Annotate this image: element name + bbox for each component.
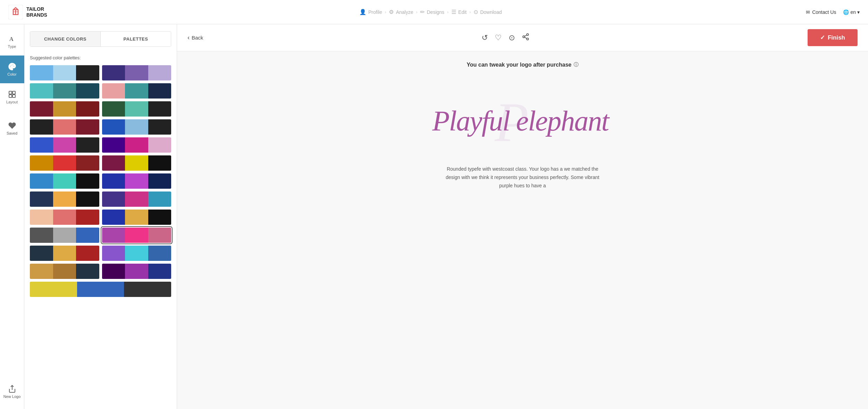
main-content: ‹ Back ↺ ♡ ⊙ ✓ Finish You: [177, 24, 868, 409]
sidebar-layout-label: Layout: [6, 100, 18, 104]
swatch-color: [30, 264, 53, 279]
palette-swatch[interactable]: [102, 228, 172, 243]
nav-chevron-4: ›: [469, 10, 471, 15]
palette-swatch[interactable]: [30, 210, 99, 225]
palette-swatch[interactable]: [102, 101, 172, 117]
palette-swatch[interactable]: [30, 83, 99, 99]
palette-swatch[interactable]: [102, 210, 172, 225]
swatch-color: [53, 210, 76, 225]
sidebar-item-color[interactable]: Color: [0, 56, 24, 83]
swatch-color: [148, 173, 172, 189]
palette-swatch[interactable]: [102, 65, 172, 80]
svg-point-12: [523, 36, 525, 38]
palette-swatch[interactable]: [30, 101, 99, 117]
swatch-color: [53, 119, 76, 135]
swatch-color: [76, 246, 99, 261]
color-icon: [8, 62, 16, 71]
swatch-color: [53, 65, 76, 80]
share-button[interactable]: [522, 33, 529, 43]
nav-step-analyze[interactable]: ⚙ Analyze: [389, 9, 413, 15]
main-canvas: You can tweak your logo after purchase ⓘ…: [177, 51, 868, 409]
tab-change-colors[interactable]: CHANGE COLORS: [30, 32, 101, 46]
palette-row: [30, 191, 171, 207]
palette-row: [30, 119, 171, 135]
nav-step-profile[interactable]: 👤 Profile: [359, 9, 382, 15]
palette-swatch[interactable]: [30, 173, 99, 189]
finish-label: Finish: [828, 34, 845, 41]
favorite-button[interactable]: ♡: [495, 33, 502, 42]
back-button[interactable]: ‹ Back: [187, 34, 203, 41]
swatch-color: [148, 101, 172, 117]
palette-row: [30, 83, 171, 99]
palette-swatch[interactable]: [102, 191, 172, 207]
swatch-color: [125, 119, 148, 135]
palette-swatch[interactable]: [30, 264, 99, 279]
finish-button[interactable]: ✓ Finish: [808, 29, 858, 46]
swatch-color: [53, 83, 76, 99]
palette-swatch[interactable]: [30, 282, 171, 297]
palette-row: [30, 65, 171, 80]
change-colors-label: CHANGE COLORS: [44, 36, 86, 42]
swatch-color: [148, 264, 172, 279]
lang-chevron-icon: ▾: [857, 9, 860, 15]
swatch-color: [102, 101, 125, 117]
palettes-grid: [30, 65, 171, 297]
swatch-color: [53, 101, 76, 117]
swatch-color: [30, 101, 53, 117]
palette-swatch[interactable]: [30, 137, 99, 153]
palette-swatch[interactable]: [30, 246, 99, 261]
undo-button[interactable]: ↺: [482, 33, 488, 42]
svg-point-11: [526, 33, 528, 35]
swatch-color: [125, 264, 148, 279]
palettes-label: PALETTES: [124, 36, 148, 42]
palette-swatch[interactable]: [30, 155, 99, 171]
palette-swatch[interactable]: [30, 191, 99, 207]
back-label: Back: [192, 35, 203, 41]
palette-swatch[interactable]: [102, 83, 172, 99]
palette-swatch[interactable]: [102, 173, 172, 189]
swatch-color: [30, 83, 53, 99]
palette-swatch[interactable]: [30, 119, 99, 135]
swatch-color: [102, 210, 125, 225]
palette-swatch[interactable]: [30, 228, 99, 243]
svg-point-4: [12, 65, 13, 66]
palette-row: [30, 228, 171, 243]
icon-sidebar: A Type Color Layout: [0, 24, 24, 409]
nav-step-edit[interactable]: ☰ Edit: [451, 9, 467, 15]
swatch-color: [148, 119, 172, 135]
sidebar-item-new-logo[interactable]: New Logo: [0, 378, 24, 406]
nav-step-download[interactable]: ⊙ Download: [474, 9, 502, 15]
sidebar-item-layout[interactable]: Layout: [0, 83, 24, 111]
svg-rect-8: [9, 95, 12, 97]
swatch-color: [30, 246, 53, 261]
palette-swatch[interactable]: [30, 65, 99, 80]
nav-step-designs[interactable]: ✏ Designs: [420, 9, 444, 15]
swatch-color: [125, 228, 148, 243]
palette-swatch[interactable]: [102, 119, 172, 135]
sidebar-item-type[interactable]: A Type: [0, 28, 24, 56]
tweak-notice-text: You can tweak your logo after purchase: [467, 62, 571, 68]
play-button[interactable]: ⊙: [509, 33, 515, 42]
heart-icon: [8, 121, 16, 130]
contact-us-button[interactable]: ✉ Contact Us: [806, 9, 836, 15]
language-selector[interactable]: 🌐 en ▾: [843, 9, 860, 15]
panel-tabs: CHANGE COLORS PALETTES: [30, 31, 171, 47]
palette-swatch[interactable]: [102, 137, 172, 153]
swatch-color: [76, 210, 99, 225]
swatch-color: [148, 246, 172, 261]
svg-line-15: [525, 35, 527, 36]
swatch-color: [125, 83, 148, 99]
svg-point-3: [10, 65, 11, 66]
palette-swatch[interactable]: [102, 246, 172, 261]
sidebar-item-saved[interactable]: Saved: [0, 114, 24, 142]
swatch-color: [102, 228, 125, 243]
tab-palettes[interactable]: PALETTES: [101, 32, 171, 46]
palette-swatch[interactable]: [102, 155, 172, 171]
svg-point-2: [10, 66, 11, 67]
swatch-color: [102, 264, 125, 279]
palette-swatch[interactable]: [102, 264, 172, 279]
swatch-color: [76, 228, 99, 243]
swatch-color: [30, 210, 53, 225]
swatch-color: [148, 137, 172, 153]
swatch-color: [102, 155, 125, 171]
